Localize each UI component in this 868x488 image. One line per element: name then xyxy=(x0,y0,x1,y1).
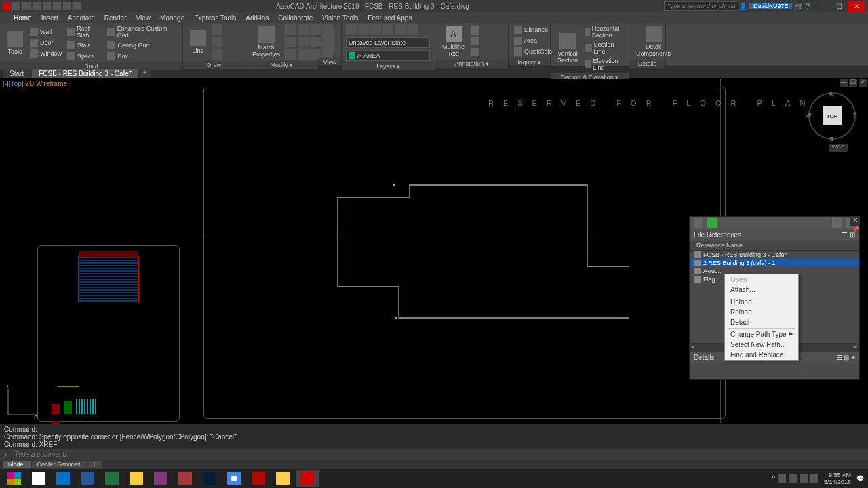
xref-details-header[interactable]: Details xyxy=(694,354,715,361)
tray-up-icon[interactable]: ^ xyxy=(772,474,775,483)
stair-button[interactable]: Stair xyxy=(66,41,103,50)
taskbar-word-icon[interactable] xyxy=(76,470,99,487)
window-button[interactable]: Window xyxy=(28,49,63,58)
elevation-line-button[interactable]: Elevation Line xyxy=(583,57,625,72)
tray-icon-1[interactable] xyxy=(778,474,786,483)
arc-icon[interactable] xyxy=(212,49,222,60)
qat-redo-icon[interactable] xyxy=(73,2,81,10)
menu-detach[interactable]: Detach xyxy=(725,317,798,327)
copy-icon[interactable] xyxy=(285,37,296,47)
vp-minimize-icon[interactable]: — xyxy=(840,79,848,87)
layout-tab-1[interactable]: Center Services xyxy=(32,461,86,468)
tab-active-drawing[interactable]: FCSB - RES Building 3 - Cafe* xyxy=(32,69,138,78)
quickcalc-button[interactable]: QuickCalc xyxy=(513,47,553,56)
layer-icon-6[interactable] xyxy=(407,24,418,35)
taskbar-excel-icon[interactable] xyxy=(100,470,123,487)
view-icon-1[interactable] xyxy=(323,29,334,40)
layer-state-combo[interactable]: Unsaved Layer State xyxy=(346,37,430,48)
palette-pin-icon[interactable]: 📌 xyxy=(850,226,860,236)
space-button[interactable]: Space xyxy=(66,52,103,61)
layer-icon-1[interactable] xyxy=(346,24,357,35)
tab-insert[interactable]: Insert xyxy=(41,14,58,22)
tab-annotate[interactable]: Annotate xyxy=(68,14,95,22)
infocenter-icon[interactable]: 🛒 xyxy=(795,3,803,10)
circle-icon[interactable] xyxy=(212,37,222,47)
xref-help-icon[interactable] xyxy=(832,218,842,228)
user-badge[interactable]: DavidKU97E xyxy=(749,3,793,9)
door-button[interactable]: Door xyxy=(28,38,63,47)
layer-icon-4[interactable] xyxy=(382,24,393,35)
ucs-icon[interactable]: YX xyxy=(4,385,38,420)
taskbar-chrome-icon[interactable] xyxy=(222,470,245,487)
xref-column-name[interactable]: Reference Name xyxy=(690,241,859,251)
layer-icon-2[interactable] xyxy=(358,24,369,35)
table-icon[interactable] xyxy=(470,47,481,57)
menu-change-path-type[interactable]: Change Path Type▶ xyxy=(725,329,798,340)
taskbar-folder-icon[interactable] xyxy=(271,470,294,487)
vp-close-icon[interactable]: ✕ xyxy=(859,79,867,87)
task-view-icon[interactable] xyxy=(27,470,50,487)
section-line-button[interactable]: Section Line xyxy=(583,41,625,56)
qat-save-icon[interactable] xyxy=(33,2,41,10)
taskbar-outlook-icon[interactable] xyxy=(52,470,75,487)
taskbar-acrobat-icon[interactable] xyxy=(247,470,270,487)
viewcube[interactable]: N S E W TOP xyxy=(808,92,856,140)
distance-button[interactable]: Distance xyxy=(513,25,553,35)
system-tray[interactable]: ^ xyxy=(772,474,818,483)
tab-home[interactable]: Home xyxy=(14,14,32,22)
detail-components-button[interactable]: Detail Components xyxy=(633,24,673,58)
qat-saveas-icon[interactable] xyxy=(43,2,51,10)
taskbar-onenote-icon[interactable] xyxy=(149,470,172,487)
tools-button[interactable]: Tools xyxy=(4,29,26,56)
leader-icon[interactable] xyxy=(470,26,481,35)
taskbar-clock[interactable]: 9:55 AM 5/14/2018 xyxy=(824,472,851,485)
infocenter-search-input[interactable] xyxy=(664,1,738,11)
rotate-icon[interactable] xyxy=(298,24,309,35)
line-button[interactable]: Line xyxy=(187,28,209,56)
layer-icon-5[interactable] xyxy=(395,24,406,35)
taskbar-photoshop-icon[interactable] xyxy=(198,470,221,487)
viewport-label[interactable]: [-][Top][2D Wireframe] xyxy=(3,80,69,87)
action-center-icon[interactable]: 💬 xyxy=(856,475,864,482)
match-properties-button[interactable]: Match Properties xyxy=(250,25,283,59)
app-logo-icon[interactable] xyxy=(3,2,11,10)
layout-tab-add[interactable]: + xyxy=(87,461,102,468)
customgrid-button[interactable]: Enhanced Custom Grid xyxy=(106,24,178,39)
tab-collaborate[interactable]: Collaborate xyxy=(278,14,313,22)
vp-maximize-icon[interactable]: ☐ xyxy=(849,79,857,87)
tab-start[interactable]: Start xyxy=(3,69,31,78)
tab-manage[interactable]: Manage xyxy=(160,14,184,22)
menu-select-new-path[interactable]: Select New Path... xyxy=(725,340,798,350)
viewcube-face[interactable]: TOP xyxy=(823,106,842,125)
tab-express-tools[interactable]: Express Tools xyxy=(194,14,236,22)
view-icon-2[interactable] xyxy=(323,41,334,52)
palette-close-icon[interactable]: ✕ xyxy=(850,216,860,226)
scale-icon[interactable] xyxy=(298,49,309,60)
ceilinggrid-button[interactable]: Ceiling Grid xyxy=(106,41,178,50)
dim-icon[interactable] xyxy=(470,37,481,46)
wcs-button[interactable]: WCS xyxy=(829,144,848,152)
horizontal-section-button[interactable]: Horizontal Section xyxy=(583,24,625,39)
xref-refresh-icon[interactable] xyxy=(707,218,717,228)
mtext-button[interactable]: AMultiline Text xyxy=(439,24,467,58)
stretch-icon[interactable] xyxy=(285,49,296,60)
xref-attach-icon[interactable] xyxy=(694,218,703,228)
xref-details-icons[interactable]: ☰ ⊞ + xyxy=(836,354,855,361)
taskbar-autocad-icon[interactable] xyxy=(296,470,319,487)
tab-render[interactable]: Render xyxy=(104,14,127,22)
tab-add-button[interactable]: + xyxy=(140,68,151,78)
tab-vision-tools[interactable]: Vision Tools xyxy=(322,14,358,22)
tray-network-icon[interactable] xyxy=(800,474,808,483)
xref-row-selected[interactable]: 2 RES Building 3 (cafe) - 1 xyxy=(690,259,859,267)
layer-combo[interactable]: A-AREA xyxy=(346,50,430,61)
maximize-button[interactable]: ☐ xyxy=(830,1,848,12)
layer-icon-3[interactable] xyxy=(370,24,381,35)
qat-new-icon[interactable] xyxy=(12,2,20,10)
start-button[interactable] xyxy=(3,470,26,487)
roofslab-button[interactable]: Roof Slab xyxy=(66,24,103,39)
menu-find-replace[interactable]: Find and Replace... xyxy=(725,350,798,360)
move-icon[interactable] xyxy=(285,24,296,35)
menu-reload[interactable]: Reload xyxy=(725,307,798,317)
wall-button[interactable]: Wall xyxy=(28,27,63,37)
qat-undo-icon[interactable] xyxy=(63,2,71,10)
